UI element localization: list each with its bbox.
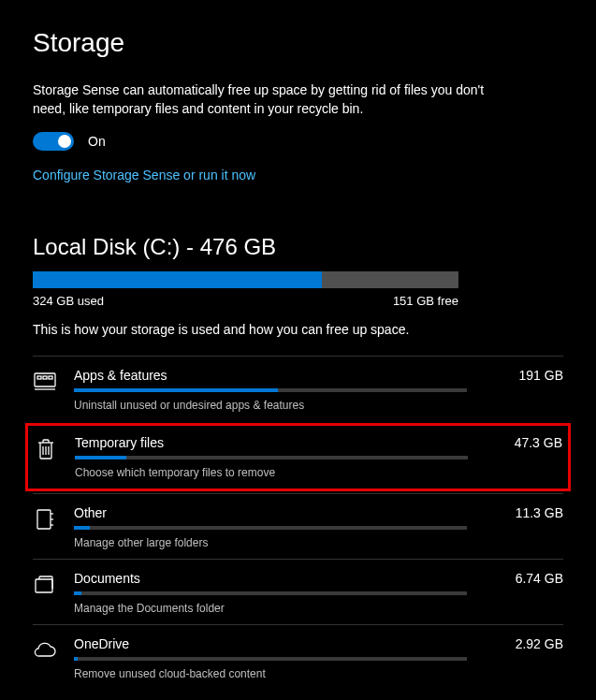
svg-rect-0 [35,373,55,386]
category-label: Other [74,505,107,520]
category-bar [74,388,467,392]
category-subtext: Manage other large folders [74,536,563,549]
category-size: 11.3 GB [516,505,563,520]
apps-icon [33,370,57,394]
storage-sense-description: Storage Sense can automatically free up … [33,81,501,118]
documents-icon [33,573,57,597]
disk-usage-bar [33,271,563,288]
category-label: OneDrive [74,636,129,651]
category-subtext: Remove unused cloud-backed content [74,667,563,680]
cloud-icon [33,638,57,663]
configure-storage-sense-link[interactable]: Configure Storage Sense or run it now [33,168,563,182]
trash-icon [34,437,58,461]
other-icon [33,507,57,532]
storage-sense-toggle[interactable] [33,132,74,151]
usage-hint: This is how your storage is used and how… [33,322,563,337]
category-subtext: Uninstall unused or undesired apps & fea… [74,399,563,412]
category-bar [74,526,467,530]
svg-rect-8 [37,510,51,529]
category-row-other[interactable]: Other11.3 GBManage other large folders [33,493,563,559]
category-size: 191 GB [519,368,563,383]
category-bar [74,591,467,595]
page-title: Storage [33,28,563,58]
category-size: 6.74 GB [516,571,563,586]
category-subtext: Manage the Documents folder [74,602,563,615]
disk-free-label: 151 GB free [393,294,458,308]
category-label: Temporary files [75,435,164,450]
category-label: Apps & features [74,368,167,383]
disk-title: Local Disk (C:) - 476 GB [33,234,563,260]
disk-used-segment [33,271,322,288]
category-row-documents[interactable]: Documents6.74 GBManage the Documents fol… [33,559,563,624]
category-bar [74,657,467,661]
svg-rect-2 [37,376,41,379]
category-bar [75,456,468,459]
category-label: Documents [74,571,140,586]
storage-sense-toggle-label: On [88,134,106,149]
category-row-onedrive[interactable]: OneDrive2.92 GBRemove unused cloud-backe… [33,624,563,690]
category-size: 2.92 GB [516,636,563,651]
svg-rect-12 [36,579,52,592]
svg-rect-4 [49,376,52,379]
svg-rect-3 [43,376,47,379]
category-row-temp[interactable]: Temporary files47.3 GBChoose which tempo… [25,423,571,491]
category-size: 47.3 GB [515,435,562,450]
disk-used-label: 324 GB used [33,294,104,308]
category-row-apps[interactable]: Apps & features191 GBUninstall unused or… [33,356,563,421]
category-subtext: Choose which temporary files to remove [75,466,562,479]
